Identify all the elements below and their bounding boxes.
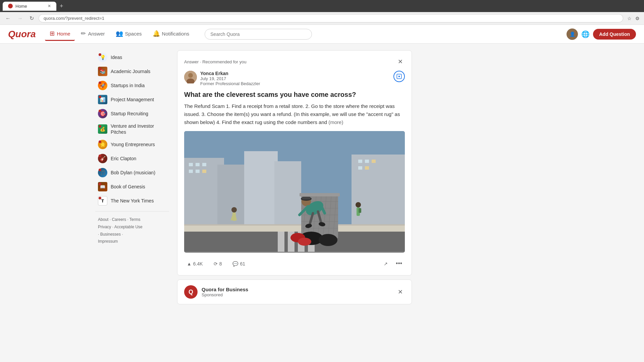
comment-button[interactable]: 💬 61 (230, 260, 248, 268)
tab-favicon (8, 4, 13, 8)
comment-icon: 💬 (232, 261, 238, 266)
tab-close-btn[interactable]: ✕ (48, 4, 51, 8)
share-button[interactable]: ↗ (381, 259, 390, 268)
url-text: quora.com/?prevent_redirect=1 (44, 16, 104, 21)
sidebar-item-academic-journals[interactable]: 📚 Academic Journals (95, 64, 169, 78)
footer-link-terms[interactable]: Terms (129, 217, 141, 222)
question-title[interactable]: What are the cleverest scams you have co… (184, 90, 405, 99)
academic-journals-dot (99, 67, 101, 70)
add-question-button[interactable]: Add Question (593, 29, 636, 40)
answer-text-content: The Refund Scam 1. Find a receipt from a… (184, 103, 400, 125)
sidebar: 💡 Ideas 📚 Academic Journals 🚀 Startups i… (95, 50, 169, 304)
card-close-button[interactable]: ✕ (396, 57, 405, 66)
nav-spaces-label: Spaces (125, 31, 142, 37)
svg-point-4 (398, 76, 400, 77)
answer-text: The Refund Scam 1. Find a receipt from a… (184, 102, 405, 126)
main-nav: ⊞ Home ✏ Answer 👥 Spaces 🔔 Notifications (45, 27, 194, 41)
answer-card: Answer · Recommended for you ✕ Yonca Erk… (177, 50, 412, 276)
sidebar-item-ideas[interactable]: 💡 Ideas (95, 50, 169, 64)
svg-rect-17 (358, 160, 362, 163)
answer-icon: ✏ (81, 30, 86, 37)
venture-icon-wrapper: 💰 (98, 124, 107, 134)
svg-point-1 (188, 73, 193, 78)
comment-count: 61 (240, 261, 245, 266)
nav-home-label: Home (57, 31, 70, 37)
sidebar-item-new-york-times[interactable]: T The New York Times (95, 194, 169, 208)
startup-recruiting-icon-wrapper: 🎯 (98, 109, 107, 118)
author-date: July 19, 2017 (200, 76, 390, 81)
business-card: Q Quora for Business Sponsored ✕ (177, 280, 412, 304)
footer-link-careers[interactable]: Careers (112, 217, 126, 222)
back-button[interactable]: ← (3, 14, 13, 23)
card-header: Answer · Recommended for you ✕ (184, 57, 405, 66)
author-row: Yonca Erkan July 19, 2017 Former Profess… (184, 71, 405, 86)
startup-recruiting-dot (99, 110, 101, 112)
bob-dylan-icon-wrapper: 🎵 (98, 168, 107, 177)
quora-header: Quora ⊞ Home ✏ Answer 👥 Spaces 🔔 Notific… (0, 25, 644, 44)
reshare-count: 8 (219, 261, 222, 266)
project-management-dot (99, 96, 101, 98)
svg-rect-12 (196, 163, 200, 166)
sidebar-item-startup-recruiting[interactable]: 🎯 Startup Recruiting (95, 107, 169, 121)
footer-link-impressum[interactable]: Impressum (98, 239, 118, 244)
new-tab-button[interactable]: + (58, 2, 65, 10)
more-actions-button[interactable]: ••• (393, 259, 405, 268)
svg-point-46 (298, 238, 311, 246)
ideas-dot (99, 53, 101, 56)
business-info: Quora for Business Sponsored (202, 287, 392, 297)
svg-rect-63 (359, 208, 361, 213)
sidebar-item-startups-india[interactable]: 🚀 Startups in India (95, 78, 169, 93)
svg-rect-25 (278, 232, 284, 252)
upvote-button[interactable]: ▲ 6.4K (184, 260, 206, 268)
browser-tab-active[interactable]: Home ✕ (3, 2, 56, 11)
svg-rect-13 (202, 163, 206, 166)
author-name[interactable]: Yonca Erkan (200, 71, 390, 76)
footer-link-about[interactable]: About (98, 217, 108, 222)
author-action-button[interactable] (393, 71, 405, 82)
more-link[interactable]: (more) (328, 119, 343, 125)
nav-home[interactable]: ⊞ Home (45, 27, 75, 41)
footer-link-acceptable-use[interactable]: Acceptable Use (114, 225, 143, 229)
sidebar-label-ideas: Ideas (111, 54, 122, 60)
footer-link-businesses[interactable]: Businesses (100, 232, 121, 237)
reshare-button[interactable]: ⟳ 8 (211, 260, 225, 268)
spaces-icon: 👥 (116, 30, 123, 37)
forward-button[interactable]: → (15, 14, 25, 23)
sidebar-label-book-of-genesis: Book of Genesis (111, 184, 145, 190)
svg-point-61 (356, 202, 361, 207)
business-sponsored: Sponsored (202, 292, 392, 297)
sidebar-item-eric-clapton[interactable]: 🎸 Eric Clapton (95, 152, 169, 166)
browser-toolbar-icons: ☆ ⚙ (626, 15, 641, 22)
language-icon[interactable]: 🌐 (581, 30, 590, 38)
business-card-close-button[interactable]: ✕ (396, 288, 405, 296)
action-bar: ▲ 6.4K ⟳ 8 💬 61 ↗ ••• (184, 257, 405, 268)
svg-rect-11 (189, 163, 193, 166)
nav-answer[interactable]: ✏ Answer (76, 27, 109, 41)
quora-logo[interactable]: Quora (8, 29, 36, 40)
header-right: 👤 🌐 Add Question (567, 28, 636, 40)
sidebar-item-venture-investor[interactable]: 💰 Venture and Investor Pitches (95, 121, 169, 137)
ellipsis-icon: ••• (396, 260, 402, 267)
sidebar-item-young-entrepreneurs[interactable]: 🌟 Young Entrepreneurs (95, 137, 169, 152)
refresh-button[interactable]: ↻ (28, 14, 36, 23)
sidebar-item-book-of-genesis[interactable]: 📖 Book of Genesis (95, 180, 169, 194)
business-name[interactable]: Quora for Business (202, 287, 392, 292)
sidebar-item-project-management[interactable]: 📊 Project Management (95, 93, 169, 107)
sidebar-label-bob-dylan: Bob Dylan (musician) (111, 170, 155, 176)
sidebar-item-bob-dylan[interactable]: 🎵 Bob Dylan (musician) (95, 166, 169, 180)
svg-rect-16 (202, 170, 206, 173)
share-icon: ↗ (384, 261, 388, 266)
bookmark-icon[interactable]: ☆ (626, 15, 633, 22)
nav-notifications[interactable]: 🔔 Notifications (148, 27, 194, 41)
url-bar[interactable]: quora.com/?prevent_redirect=1 (39, 14, 623, 22)
nav-spaces[interactable]: 👥 Spaces (111, 27, 147, 41)
footer-link-privacy[interactable]: Privacy (98, 225, 111, 229)
extension-icon[interactable]: ⚙ (634, 15, 641, 22)
svg-rect-23 (184, 224, 405, 226)
user-avatar[interactable]: 👤 (567, 28, 578, 40)
svg-rect-20 (358, 166, 362, 170)
young-entrepreneurs-icon-wrapper: 🌟 (98, 140, 107, 149)
sidebar-divider (95, 211, 169, 212)
search-input[interactable] (205, 29, 312, 40)
academic-journals-icon-wrapper: 📚 (98, 67, 107, 76)
